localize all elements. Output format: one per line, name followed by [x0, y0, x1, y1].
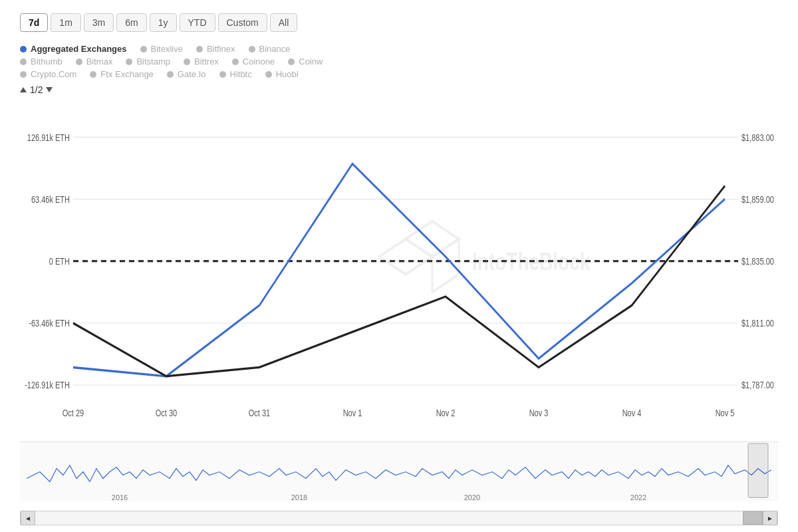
time-btn-custom[interactable]: Custom	[218, 13, 267, 32]
svg-text:Nov 5: Nov 5	[716, 407, 735, 418]
time-btn-ytd[interactable]: YTD	[180, 13, 215, 32]
svg-text:$1,883.00: $1,883.00	[741, 132, 774, 143]
time-btn-6m[interactable]: 6m	[116, 13, 146, 32]
legend-item-coinw[interactable]: Coinw	[288, 57, 323, 66]
legend-dot	[249, 46, 255, 53]
legend-dot	[167, 71, 174, 78]
legend-label: Hitbtc	[230, 69, 252, 79]
legend-dot	[20, 71, 27, 78]
svg-text:$1,787.00: $1,787.00	[741, 380, 774, 391]
legend-label: Ftx Exchange	[100, 69, 154, 79]
legend-dot	[90, 71, 96, 78]
svg-text:Oct 31: Oct 31	[249, 407, 270, 418]
time-btn-7d[interactable]: 7d	[20, 13, 48, 32]
legend-item-gate-io[interactable]: Gate.Io	[167, 69, 206, 79]
legend-label: Aggregated Exchanges	[31, 44, 127, 54]
svg-text:126.91k ETH: 126.91k ETH	[27, 132, 70, 143]
legend-dot	[265, 71, 272, 78]
legend-dot	[20, 59, 27, 65]
pagination-up-icon[interactable]	[20, 87, 27, 92]
scroll-right-button[interactable]: ►	[763, 511, 777, 525]
legend-item-huobi[interactable]: Huobi	[265, 69, 299, 79]
svg-text:2018: 2018	[291, 493, 307, 501]
legend-dot	[126, 59, 132, 65]
legend-item-bitmax[interactable]: Bitmax	[76, 57, 113, 66]
legend-item-hitbtc[interactable]: Hitbtc	[219, 69, 252, 79]
svg-rect-28	[20, 442, 778, 501]
legend-dot	[288, 59, 295, 65]
time-btn-3m[interactable]: 3m	[84, 13, 114, 32]
legend-label: Coinw	[299, 57, 323, 66]
legend-label: Bithumb	[31, 57, 63, 66]
legend-dot	[140, 46, 147, 53]
legend-dot	[76, 59, 82, 65]
main-chart-area: 126.91k ETH 63.46k ETH 0 ETH -63.46k ETH…	[20, 102, 778, 438]
time-btn-1y[interactable]: 1y	[150, 13, 177, 32]
main-container: 7d1m3m6m1yYTDCustomAll Aggregated Exchan…	[0, 0, 798, 532]
legend-label: Gate.Io	[178, 69, 206, 79]
svg-rect-33	[748, 444, 768, 497]
svg-text:IntoTheBlock: IntoTheBlock	[472, 247, 591, 275]
svg-text:Nov 4: Nov 4	[622, 407, 642, 418]
svg-text:2016: 2016	[112, 493, 128, 501]
legend-label: Coinone	[243, 57, 275, 66]
mini-chart-container: 2016 2018 2020 2022	[20, 442, 778, 508]
legend-dot	[219, 71, 226, 78]
svg-text:-63.46k ETH: -63.46k ETH	[29, 318, 70, 329]
svg-marker-25	[406, 221, 459, 257]
svg-text:63.46k ETH: 63.46k ETH	[31, 194, 70, 205]
scrollbar[interactable]: ◄ ►	[20, 511, 778, 525]
legend-label: Binance	[259, 44, 291, 54]
legend-item-bitstamp[interactable]: Bitstamp	[126, 57, 170, 66]
scrollbar-thumb[interactable]	[743, 511, 763, 525]
svg-text:Nov 3: Nov 3	[529, 407, 549, 418]
scroll-right-icon: ►	[767, 515, 773, 522]
mini-chart-svg: 2016 2018 2020 2022	[20, 442, 778, 508]
svg-text:0 ETH: 0 ETH	[49, 255, 70, 267]
time-btn-all[interactable]: All	[270, 13, 298, 32]
legend-label: Huobi	[276, 69, 299, 79]
legend-dot	[196, 46, 203, 53]
legend-label: Bittrex	[194, 57, 219, 66]
time-btn-1m[interactable]: 1m	[51, 13, 80, 32]
pagination: 1/2	[20, 84, 778, 95]
svg-text:$1,859.00: $1,859.00	[741, 194, 774, 205]
legend-label: Bitexlive	[151, 44, 183, 54]
svg-text:Oct 30: Oct 30	[156, 407, 177, 418]
legend-label: Bitmax	[86, 57, 113, 66]
svg-text:2020: 2020	[464, 493, 480, 501]
svg-text:-126.91k ETH: -126.91k ETH	[25, 380, 70, 391]
legend-label: Bitfinex	[207, 44, 235, 54]
legend-label: Crypto.Com	[31, 69, 76, 79]
pagination-text: 1/2	[30, 84, 43, 95]
svg-text:Nov 2: Nov 2	[436, 407, 456, 418]
legend-dot	[184, 59, 190, 65]
pagination-down-icon[interactable]	[46, 87, 53, 92]
legend-item-aggregated-exchanges[interactable]: Aggregated Exchanges	[20, 44, 127, 54]
scroll-left-button[interactable]: ◄	[21, 511, 35, 525]
legend-item-binance[interactable]: Binance	[249, 44, 291, 54]
legend-item-bithumb[interactable]: Bithumb	[20, 57, 63, 66]
legend-item-bitexlive[interactable]: Bitexlive	[140, 44, 183, 54]
scrollbar-track[interactable]	[35, 511, 763, 525]
legend-label: Bitstamp	[136, 57, 170, 66]
scroll-left-icon: ◄	[25, 515, 31, 522]
legend-dot	[232, 59, 239, 65]
legend-item-bitfinex[interactable]: Bitfinex	[196, 44, 235, 54]
legend-dot	[20, 46, 27, 53]
legend-item-crypto-com[interactable]: Crypto.Com	[20, 69, 76, 79]
main-chart-svg: 126.91k ETH 63.46k ETH 0 ETH -63.46k ETH…	[20, 102, 778, 438]
svg-text:Nov 1: Nov 1	[343, 407, 362, 418]
svg-marker-24	[379, 239, 432, 274]
svg-text:$1,835.00: $1,835.00	[741, 255, 774, 267]
legend: Aggregated ExchangesBitexliveBitfinexBin…	[20, 44, 778, 79]
legend-item-ftx-exchange[interactable]: Ftx Exchange	[90, 69, 154, 79]
legend-item-coinone[interactable]: Coinone	[232, 57, 275, 66]
time-range-selector: 7d1m3m6m1yYTDCustomAll	[20, 13, 778, 32]
svg-text:2022: 2022	[630, 493, 646, 501]
svg-text:Oct 29: Oct 29	[63, 407, 84, 418]
svg-text:$1,811.00: $1,811.00	[741, 318, 774, 329]
legend-item-bittrex[interactable]: Bittrex	[184, 57, 219, 66]
